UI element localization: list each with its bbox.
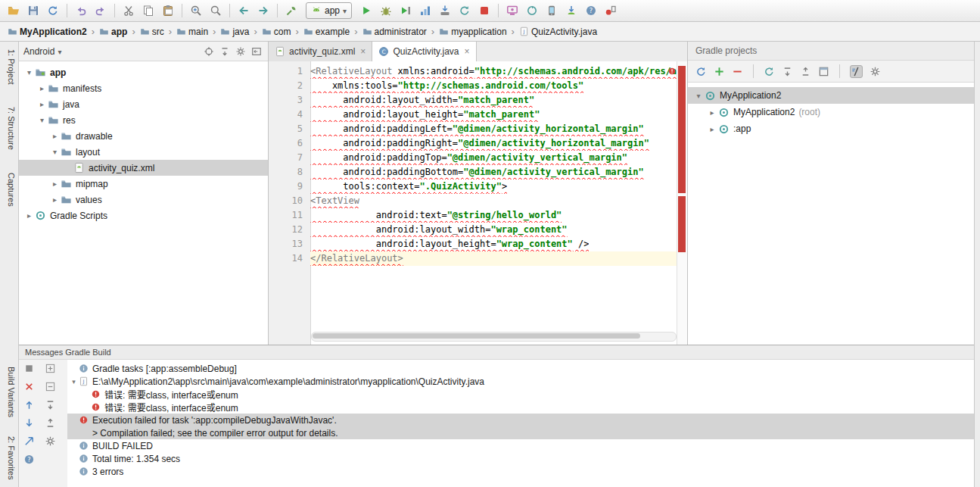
code-line[interactable]: 1<RelativeLayout xmlns:android="http://s… [269, 64, 677, 79]
expand-arrow-icon[interactable]: ▸ [49, 195, 61, 204]
expand-all-icon[interactable] [45, 417, 56, 429]
monitor-button[interactable] [503, 2, 521, 19]
breadcrumb-item[interactable]: main [175, 26, 210, 38]
project-tree-row[interactable]: ▸values [19, 192, 268, 208]
message-row[interactable]: ▾JE:\a\MyApplication2\app\src\main\java\… [67, 375, 974, 388]
profiler-button[interactable] [416, 2, 434, 19]
expand-arrow-icon[interactable]: ▸ [49, 180, 61, 188]
expand-arrow-icon[interactable]: ▾ [23, 68, 35, 76]
find-button[interactable] [207, 2, 225, 19]
tool-window-button-2-favorites[interactable]: 2: Favorites [3, 433, 16, 482]
tool-window-button-captures[interactable]: Captures [3, 170, 16, 210]
project-tree-row[interactable]: ▾layout [19, 144, 268, 160]
expand-arrow-icon[interactable]: ▾ [692, 92, 705, 100]
sync-icon[interactable] [695, 66, 707, 77]
message-row[interactable]: Execution failed for task ':app:compileD… [67, 414, 974, 426]
zoom-in-button[interactable] [187, 2, 205, 19]
add-icon[interactable] [714, 66, 725, 77]
expand-arrow-icon[interactable]: ▸ [36, 100, 48, 108]
expand-arrow-icon[interactable]: ▸ [23, 211, 35, 220]
collapse-all-icon[interactable] [219, 46, 230, 57]
h-scrollbar-thumb[interactable] [313, 333, 640, 339]
breadcrumb-item[interactable]: JQuizActivity.java [518, 26, 599, 38]
stop-square-icon[interactable] [23, 363, 35, 374]
gear-icon[interactable] [870, 66, 881, 77]
tool-window-button-7-structure[interactable]: 7: Structure [3, 104, 16, 153]
editor-tab-activity-quiz-xml[interactable]: activity_quiz.xml [269, 42, 372, 61]
jump-icon[interactable] [23, 435, 35, 447]
error-stripe-mark[interactable] [678, 196, 686, 252]
expand-tree-icon[interactable] [45, 363, 56, 374]
project-tree-row[interactable]: ▸java [19, 96, 268, 112]
remove-icon[interactable] [732, 66, 743, 77]
collapse-tree-icon[interactable] [45, 381, 56, 392]
avd-button[interactable] [543, 2, 561, 19]
gear-icon[interactable] [45, 435, 56, 447]
hide-icon[interactable] [251, 46, 262, 57]
help-button[interactable]: ? [582, 2, 600, 19]
code-line[interactable]: 12 android:layout_width="wrap_content" [269, 223, 677, 237]
run-button[interactable] [357, 2, 375, 19]
run-config-select[interactable]: app [306, 2, 352, 19]
breadcrumb-item[interactable]: example [302, 26, 351, 38]
message-row[interactable]: 错误: 需要class, interface或enum [67, 401, 974, 414]
redo-button[interactable] [92, 2, 110, 19]
expand-arrow-icon[interactable]: ▾ [69, 378, 79, 386]
breadcrumb-item[interactable]: app [98, 26, 129, 38]
collapse-all-icon[interactable] [782, 66, 793, 77]
message-row[interactable]: 错误: 需要class, interface或enum [67, 388, 974, 401]
code-line[interactable]: 13 android:layout_height="wrap_content" … [269, 237, 677, 251]
project-tree-row[interactable]: ▾app [19, 64, 268, 80]
cut-button[interactable] [120, 2, 138, 19]
restart-button[interactable] [456, 2, 474, 19]
project-tree-row[interactable]: ▸mipmap [19, 176, 268, 192]
sync-button[interactable] [44, 2, 62, 19]
open-button[interactable] [5, 2, 23, 19]
expand-arrow-icon[interactable]: ▸ [36, 84, 48, 92]
expand-arrow-icon[interactable]: ▸ [49, 132, 61, 140]
expand-arrow-icon[interactable]: ▸ [706, 125, 718, 133]
h-scrollbar[interactable] [311, 332, 677, 342]
undo-button[interactable] [72, 2, 90, 19]
project-tree-row[interactable]: ▸manifests [19, 80, 268, 96]
locate-icon[interactable] [204, 46, 214, 57]
breadcrumb-item[interactable]: myapplication [437, 26, 508, 38]
expand-arrow-icon[interactable]: ▸ [706, 108, 718, 117]
expand-arrow-icon[interactable]: ▾ [49, 148, 61, 156]
breadcrumb-item[interactable]: MyApplication2 [6, 26, 89, 38]
breadcrumb-item[interactable]: com [260, 26, 293, 38]
close-icon[interactable] [23, 381, 35, 392]
project-tree-row[interactable]: ▸Gradle Scripts [19, 208, 268, 223]
editor-tab-quizactivity-java[interactable]: CQuizActivity.java [372, 42, 476, 61]
code-line[interactable]: 4 android:layout_height="match_parent" [269, 108, 677, 122]
code-line[interactable]: 7 android:paddingTop="@dimen/activity_ve… [269, 151, 677, 165]
wrench-button[interactable] [282, 2, 300, 19]
message-row[interactable]: Total time: 1.354 secs [67, 452, 974, 465]
record-button[interactable] [602, 2, 620, 19]
sync-gradle-button[interactable] [523, 2, 541, 19]
close-icon[interactable] [360, 46, 366, 57]
message-row[interactable]: > Compilation failed; see the compiler e… [67, 426, 974, 439]
project-tree-row[interactable]: ▾res [19, 112, 268, 128]
collapse-all-icon[interactable] [45, 399, 56, 411]
error-stripe-mark[interactable] [678, 66, 686, 193]
project-tree-row[interactable]: activity_quiz.xml [19, 160, 268, 176]
message-row[interactable]: Gradle tasks [:app:assembleDebug] [67, 362, 974, 375]
error-stripe[interactable] [677, 61, 687, 345]
breadcrumb-item[interactable]: administrator [361, 26, 428, 38]
forward-button[interactable] [254, 2, 272, 19]
code-line[interactable]: 6 android:paddingRight="@dimen/activity_… [269, 136, 677, 151]
help-icon[interactable]: ? [23, 454, 35, 465]
project-tree-row[interactable]: ▸drawable [19, 128, 268, 144]
code-line[interactable]: 11 android:text="@string/hello_world" [269, 208, 677, 223]
paste-button[interactable] [159, 2, 177, 19]
breadcrumb-item[interactable]: src [138, 26, 166, 38]
save-button[interactable] [24, 2, 42, 19]
gradle-tree-row[interactable]: ▾MyApplication2 [688, 87, 974, 104]
message-row[interactable]: BUILD FAILED [67, 439, 974, 452]
code-line[interactable]: 8 android:paddingBottom="@dimen/activity… [269, 165, 677, 180]
copy-button[interactable] [139, 2, 157, 19]
stop-button[interactable] [475, 2, 493, 19]
gear-icon[interactable] [235, 46, 246, 57]
gradle-tree-row[interactable]: ▸:app [688, 120, 974, 137]
